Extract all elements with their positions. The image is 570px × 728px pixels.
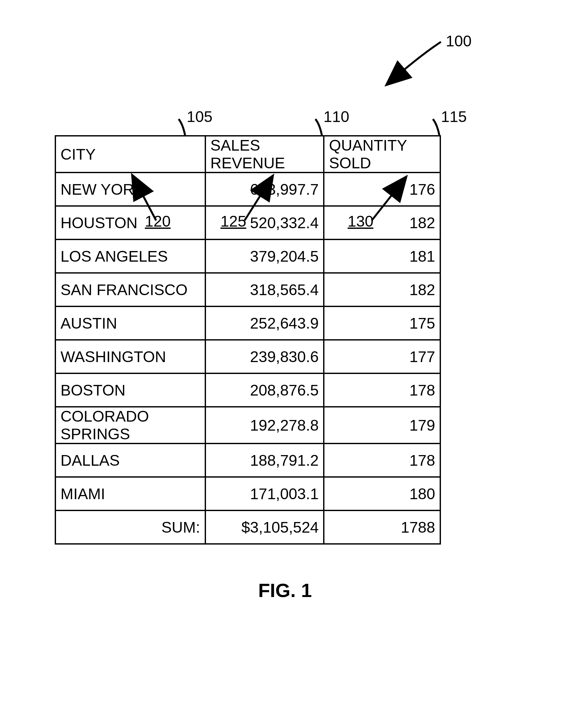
cell-quantity: 175 [324,306,440,340]
header-city: CITY [55,136,205,172]
cell-quantity: 182 [324,273,440,306]
cell-revenue: 520,332.4 [205,206,324,240]
cell-revenue: 188,791.2 [205,443,324,477]
cell-quantity: 182 [324,206,440,240]
sum-label: SUM: [55,510,205,544]
cell-city: LOS ANGELES [55,240,205,273]
table-row: AUSTIN252,643.9175 [55,306,440,340]
table-row: SAN FRANCISCO318,565.4182 [55,273,440,306]
cell-quantity: 178 [324,443,440,477]
cell-revenue: 239,830.6 [205,340,324,373]
cell-revenue: 192,278.8 [205,407,324,443]
cell-quantity: 179 [324,407,440,443]
callout-ref-105: 105 [187,108,213,125]
cell-revenue: 379,204.5 [205,240,324,273]
cell-city: MIAMI [55,477,205,510]
cell-city: DALLAS [55,443,205,477]
figure-caption: FIG. 1 [0,579,570,602]
table-row: LOS ANGELES379,204.5181 [55,240,440,273]
cell-quantity: 180 [324,477,440,510]
cell-quantity: 176 [324,172,440,206]
cell-quantity: 177 [324,340,440,373]
table-row: NEW YORK633,997.7176 [55,172,440,206]
cell-city: COLORADO SPRINGS [55,407,205,443]
cell-city: AUSTIN [55,306,205,340]
table-row: BOSTON208,876.5178 [55,373,440,407]
table-row: MIAMI171,003.1180 [55,477,440,510]
table-row: WASHINGTON239,830.6177 [55,340,440,373]
figure-ref-100: 100 [446,32,472,50]
cell-revenue: 171,003.1 [205,477,324,510]
cell-city: BOSTON [55,373,205,407]
cell-quantity: 181 [324,240,440,273]
callout-ref-110: 110 [323,108,349,125]
table-row: HOUSTON520,332.4182 [55,206,440,240]
cell-revenue: 252,643.9 [205,306,324,340]
table-row: DALLAS188,791.2178 [55,443,440,477]
header-revenue: SALES REVENUE [205,136,324,172]
table-header-row: CITY SALES REVENUE QUANTITY SOLD [55,136,440,172]
callout-ref-115: 115 [441,108,467,125]
cell-city: WASHINGTON [55,340,205,373]
sum-quantity: 1788 [324,510,440,544]
cell-revenue: 633,997.7 [205,172,324,206]
cell-city: HOUSTON [55,206,205,240]
cell-revenue: 318,565.4 [205,273,324,306]
cell-city: SAN FRANCISCO [55,273,205,306]
cell-city: NEW YORK [55,172,205,206]
cell-revenue: 208,876.5 [205,373,324,407]
header-quantity: QUANTITY SOLD [324,136,440,172]
sum-revenue: $3,105,524 [205,510,324,544]
table-row: COLORADO SPRINGS192,278.8179 [55,407,440,443]
table-sum-row: SUM: $3,105,524 1788 [55,510,440,544]
sales-table: CITY SALES REVENUE QUANTITY SOLD NEW YOR… [55,135,441,544]
cell-quantity: 178 [324,373,440,407]
